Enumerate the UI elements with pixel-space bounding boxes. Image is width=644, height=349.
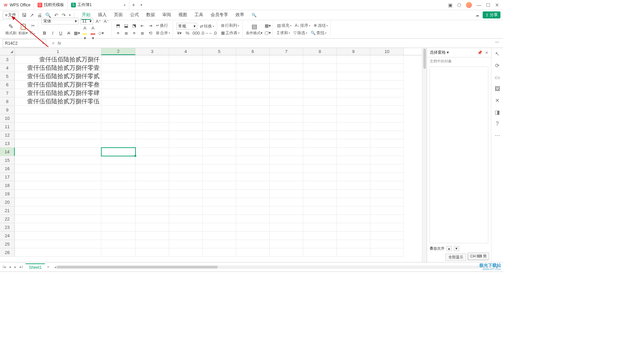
cell[interactable] xyxy=(136,248,169,257)
dock-rail-icon[interactable]: ◨ xyxy=(495,109,500,115)
underline-icon[interactable]: U xyxy=(58,31,64,36)
fill-button[interactable]: ▤填充▾ xyxy=(276,22,292,29)
font-color-icon[interactable]: A▾ xyxy=(90,26,96,41)
prev-sheet-icon[interactable]: ◂ xyxy=(8,265,12,269)
cell[interactable] xyxy=(337,232,370,240)
cell[interactable] xyxy=(203,181,236,190)
row-header[interactable]: 18 xyxy=(0,181,15,190)
cell[interactable] xyxy=(370,139,404,148)
cell[interactable] xyxy=(270,173,303,181)
cell[interactable] xyxy=(270,106,303,114)
close-button[interactable]: ✕ xyxy=(495,2,499,8)
cell[interactable] xyxy=(236,223,270,232)
cell[interactable] xyxy=(169,106,203,114)
cell[interactable] xyxy=(370,81,404,89)
cell[interactable] xyxy=(136,232,169,240)
cell[interactable] xyxy=(203,97,236,106)
cell[interactable] xyxy=(236,106,270,114)
cell[interactable] xyxy=(136,106,169,114)
cell[interactable] xyxy=(136,139,169,148)
cell[interactable] xyxy=(169,139,203,148)
cell[interactable] xyxy=(136,122,169,131)
find-button[interactable]: 🔍查找▾ xyxy=(310,30,327,36)
cell[interactable] xyxy=(337,164,370,173)
cell[interactable] xyxy=(270,122,303,131)
cell[interactable] xyxy=(101,156,136,164)
row-header[interactable]: 5 xyxy=(0,72,15,81)
formula-input[interactable] xyxy=(64,40,419,47)
cell[interactable] xyxy=(169,81,203,89)
cell[interactable] xyxy=(270,81,303,89)
cell[interactable] xyxy=(101,89,136,97)
row-header[interactable]: 20 xyxy=(0,198,15,206)
cell[interactable] xyxy=(101,248,136,257)
cell[interactable] xyxy=(236,240,270,248)
align-middle-icon[interactable]: ⬓ xyxy=(123,23,129,28)
cell[interactable] xyxy=(303,89,337,97)
cell[interactable] xyxy=(169,156,203,164)
row-header[interactable]: 22 xyxy=(0,215,15,223)
sort-button[interactable]: A↓排序▾ xyxy=(294,22,311,29)
col-header[interactable]: 9 xyxy=(337,48,370,55)
cell[interactable] xyxy=(370,173,404,181)
cell[interactable] xyxy=(236,114,270,122)
cell[interactable] xyxy=(236,139,270,148)
cell[interactable] xyxy=(136,114,169,122)
cell[interactable] xyxy=(337,139,370,148)
indent-dec-icon[interactable]: ⇤ xyxy=(139,23,145,28)
cell[interactable] xyxy=(15,139,101,148)
cell[interactable] xyxy=(303,156,337,164)
row-header[interactable]: 14 xyxy=(0,148,15,156)
cell[interactable] xyxy=(236,81,270,89)
cancel-fx-icon[interactable]: ✕ xyxy=(52,41,55,46)
cell[interactable] xyxy=(136,181,169,190)
cell[interactable] xyxy=(337,173,370,181)
menu-数据[interactable]: 数据 xyxy=(146,10,156,20)
cell[interactable] xyxy=(337,223,370,232)
font-select[interactable]: 宋体▾ xyxy=(42,18,78,24)
cell[interactable] xyxy=(169,232,203,240)
cloud-icon[interactable]: ☁ xyxy=(475,13,479,17)
col-header[interactable]: 3 xyxy=(136,48,169,55)
cell[interactable] xyxy=(101,131,136,139)
cell[interactable] xyxy=(270,139,303,148)
cell[interactable] xyxy=(236,89,270,97)
collapse-panel-icon[interactable]: — xyxy=(495,40,502,44)
cell-grid[interactable]: 3壹仟伍佰陆拾贰万捌仟4壹仟伍佰陆拾贰万捌仟零壹5壹仟伍佰陆拾贰万捌仟零贰6壹仟… xyxy=(0,55,422,262)
align-right-icon[interactable]: ≡ xyxy=(131,31,137,36)
fx-icon[interactable]: fx xyxy=(58,41,61,46)
maximize-button[interactable]: ☐ xyxy=(486,2,490,8)
cell[interactable] xyxy=(370,131,404,139)
cell[interactable] xyxy=(15,190,101,198)
paste-button[interactable]: 📋粘贴▾ xyxy=(18,23,28,36)
cell[interactable] xyxy=(270,97,303,106)
align-left-icon[interactable]: ≡ xyxy=(115,31,121,36)
cell[interactable] xyxy=(337,198,370,206)
orientation-icon[interactable]: ⟲ xyxy=(147,31,153,36)
cell[interactable] xyxy=(270,164,303,173)
cell[interactable] xyxy=(303,164,337,173)
cell[interactable] xyxy=(169,89,203,97)
cell[interactable] xyxy=(169,173,203,181)
cell[interactable] xyxy=(270,156,303,164)
cell[interactable] xyxy=(236,64,270,72)
menu-公式[interactable]: 公式 xyxy=(129,10,140,20)
cell[interactable]: 壹仟伍佰陆拾贰万捌仟 xyxy=(15,55,101,64)
cell[interactable] xyxy=(337,122,370,131)
cell[interactable] xyxy=(203,198,236,206)
cell[interactable] xyxy=(303,81,337,89)
cell[interactable] xyxy=(101,122,136,131)
cell[interactable] xyxy=(270,148,303,156)
justify-icon[interactable]: ≣ xyxy=(139,31,145,36)
cell[interactable] xyxy=(303,55,337,64)
redo-icon[interactable]: ↷ xyxy=(62,12,66,18)
move-down-button[interactable]: ▾ xyxy=(454,246,459,251)
cell[interactable] xyxy=(136,89,169,97)
cell[interactable] xyxy=(270,114,303,122)
cell[interactable] xyxy=(203,223,236,232)
cell[interactable] xyxy=(101,114,136,122)
cell[interactable] xyxy=(101,223,136,232)
cell[interactable] xyxy=(203,131,236,139)
cell[interactable] xyxy=(303,215,337,223)
clear-format-icon[interactable]: ◇▾ xyxy=(98,31,104,36)
